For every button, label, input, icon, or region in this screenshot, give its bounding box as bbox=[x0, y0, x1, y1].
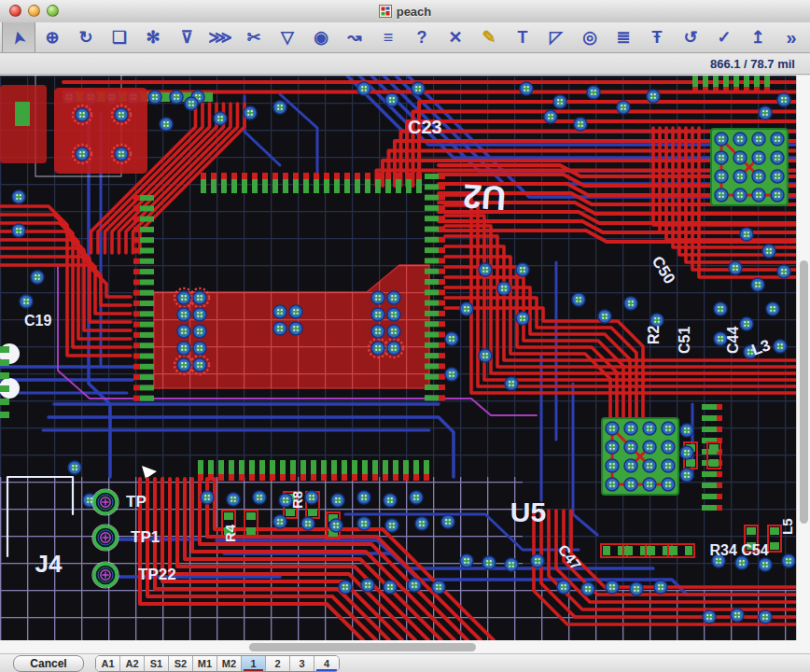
layer-button-a1[interactable]: A1 bbox=[96, 656, 120, 671]
coordinate-bar: 866.1 / 78.7 mil bbox=[0, 54, 810, 75]
component-label: R34 C54 bbox=[709, 542, 768, 558]
cursor-coordinates: 866.1 / 78.7 mil bbox=[710, 57, 810, 71]
check-tool[interactable]: ✓ bbox=[707, 22, 741, 52]
pointer-tool[interactable]: ➤ bbox=[2, 22, 35, 52]
component-label: R2 bbox=[646, 325, 662, 344]
component-label: TP1 bbox=[131, 528, 160, 546]
net-funnel-tool[interactable]: ⊽ bbox=[170, 22, 203, 52]
text-tool[interactable]: T bbox=[506, 22, 539, 52]
zoom-window-button[interactable] bbox=[47, 5, 59, 17]
layer-button-4[interactable]: 4 bbox=[314, 656, 339, 671]
layer-selector: A1A2S1S2M1M21234 bbox=[95, 655, 340, 672]
more-tools-button[interactable]: » bbox=[775, 22, 808, 52]
horizontal-scrollbar bbox=[0, 640, 810, 653]
close-button[interactable] bbox=[9, 5, 21, 17]
layer-button-2[interactable]: 2 bbox=[266, 656, 290, 671]
toolbar: ➤⊕↻❏✻⊽⋙✂▽◉↝≡?✕✎T◸◎≣Ŧ↺✓↥» bbox=[0, 22, 810, 53]
minimize-button[interactable] bbox=[28, 5, 40, 17]
component-label: L5 bbox=[779, 518, 795, 535]
funnel-add-tool[interactable]: ▽ bbox=[271, 22, 304, 52]
junction-tool[interactable]: ✻ bbox=[136, 22, 170, 52]
layer-button-m1[interactable]: M1 bbox=[193, 656, 217, 671]
layer-button-3[interactable]: 3 bbox=[290, 656, 314, 671]
window-controls bbox=[9, 5, 59, 17]
route-curve-tool[interactable]: ↝ bbox=[338, 22, 371, 52]
pad-target-tool[interactable]: ◎ bbox=[573, 22, 607, 52]
layer-button-m2[interactable]: M2 bbox=[217, 656, 242, 671]
component-label: C44 bbox=[725, 327, 741, 354]
document-icon bbox=[379, 5, 392, 18]
component-label: U5 bbox=[510, 497, 546, 527]
layer-button-a2[interactable]: A2 bbox=[120, 656, 145, 671]
via-tool[interactable]: ◉ bbox=[304, 22, 338, 52]
draw-pencil-tool[interactable]: ✎ bbox=[472, 22, 506, 52]
frame-tool[interactable]: ❏ bbox=[103, 22, 136, 52]
layer-button-s2[interactable]: S2 bbox=[169, 656, 193, 671]
array-tool[interactable]: ≣ bbox=[607, 22, 640, 52]
cut-tool[interactable]: ✂ bbox=[237, 22, 271, 52]
fanout-tool[interactable]: ⋙ bbox=[203, 22, 237, 52]
rotate-tool[interactable]: ↻ bbox=[69, 22, 103, 52]
horizontal-scrollbar-thumb[interactable] bbox=[249, 643, 476, 651]
component-label: R4 bbox=[222, 524, 238, 542]
pcb-canvas-area: C23U2C50R2C51C44L3C19U5C47R34 C54TPTP1TP… bbox=[0, 76, 796, 640]
component-label: J4 bbox=[35, 550, 63, 578]
component-label: R8 bbox=[289, 491, 305, 509]
zoom-tool[interactable]: ⊕ bbox=[35, 22, 69, 52]
help-tool[interactable]: ? bbox=[405, 22, 439, 52]
component-label: C19 bbox=[24, 313, 51, 329]
layer-color-indicator bbox=[316, 669, 337, 671]
vertical-scrollbar-thumb[interactable] bbox=[800, 260, 808, 524]
cancel-button[interactable]: Cancel bbox=[13, 655, 84, 672]
app-window: peach ➤⊕↻❏✻⊽⋙✂▽◉↝≡?✕✎T◸◎≣Ŧ↺✓↥» 866.1 / 7… bbox=[0, 0, 810, 672]
spiral-tool[interactable]: ↺ bbox=[674, 22, 707, 52]
component-label: TP bbox=[126, 493, 147, 511]
titlebar: peach bbox=[0, 0, 810, 23]
window-title: peach bbox=[397, 5, 432, 19]
vertical-scrollbar bbox=[796, 76, 810, 640]
corner-tool[interactable]: ◸ bbox=[539, 22, 573, 52]
bottombar: Cancel A1A2S1S2M1M21234 bbox=[0, 653, 810, 672]
test-points bbox=[92, 489, 119, 588]
component-label: C51 bbox=[677, 327, 692, 354]
probe-pin-tool[interactable]: Ŧ bbox=[640, 22, 674, 52]
pcb-canvas[interactable]: C23U2C50R2C51C44L3C19U5C47R34 C54TPTP1TP… bbox=[0, 76, 796, 640]
layer-button-1[interactable]: 1 bbox=[242, 656, 266, 671]
align-tool[interactable]: ↥ bbox=[741, 22, 775, 52]
component-label: U2 bbox=[462, 176, 508, 217]
component-label: C23 bbox=[408, 117, 442, 137]
lines-tool[interactable]: ≡ bbox=[371, 22, 405, 52]
layer-color-indicator bbox=[244, 669, 263, 671]
layer-button-s1[interactable]: S1 bbox=[145, 656, 169, 671]
delete-tool[interactable]: ✕ bbox=[439, 22, 472, 52]
component-label: TP22 bbox=[138, 566, 176, 583]
